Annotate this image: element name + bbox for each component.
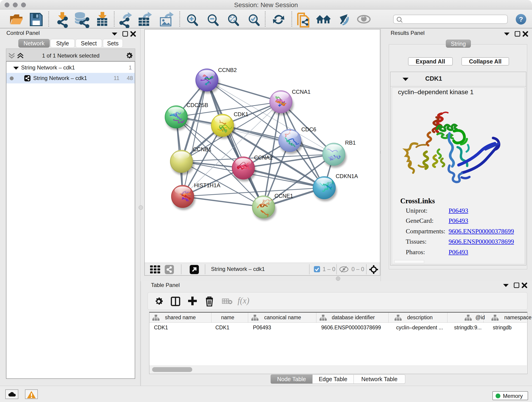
svg-text:CCNA2: CCNA2: [254, 154, 273, 161]
svg-text:CDK1: CDK1: [234, 111, 248, 117]
svg-text:HIST1H1A: HIST1H1A: [194, 182, 220, 188]
svg-text:CDKN1A: CDKN1A: [336, 173, 358, 179]
svg-text:CCNB2: CCNB2: [218, 67, 237, 73]
svg-text:RB1: RB1: [345, 140, 356, 146]
svg-text:CCNE1: CCNE1: [274, 193, 293, 199]
svg-text:CDC6: CDC6: [301, 126, 316, 133]
svg-text:CCNB1: CCNB1: [193, 146, 211, 153]
svg-text:CDC25B: CDC25B: [186, 102, 208, 108]
svg-text:CCNA1: CCNA1: [292, 89, 310, 95]
